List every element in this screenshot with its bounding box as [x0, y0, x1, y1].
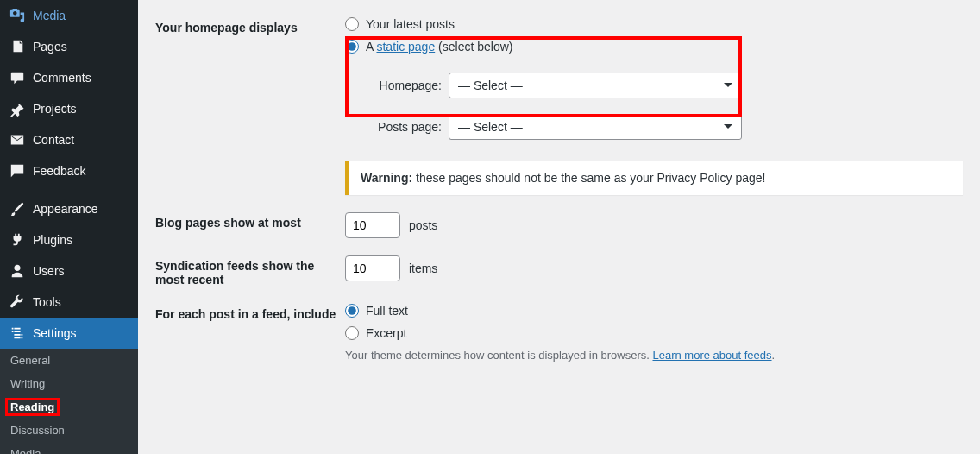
sidebar-item-label: Pages	[33, 40, 67, 54]
media-icon	[9, 7, 26, 24]
sidebar-item-label: Projects	[33, 102, 77, 116]
feed-include-label: For each post in a feed, include	[155, 304, 345, 362]
settings-sub-reading[interactable]: Reading	[0, 395, 138, 419]
syndication-suffix: items	[409, 262, 437, 275]
radio-full-text-label[interactable]: Full text	[366, 304, 408, 318]
blog-pages-suffix: posts	[409, 218, 437, 232]
sidebar-item-appearance[interactable]: Appearance	[0, 193, 138, 224]
blog-pages-label: Blog pages show at most	[155, 212, 345, 238]
user-icon	[9, 262, 26, 280]
sidebar-item-users[interactable]: Users	[0, 255, 138, 287]
syndication-label: Syndication feeds show the most recent	[155, 255, 345, 287]
sidebar-item-label: Comments	[33, 71, 91, 85]
homepage-select-label: Homepage:	[362, 79, 442, 92]
radio-full-text[interactable]	[345, 304, 359, 318]
settings-sub-writing[interactable]: Writing	[0, 372, 138, 395]
radio-latest-posts-label[interactable]: Your latest posts	[366, 17, 455, 31]
warning-notice: Warning: these pages should not be the s…	[345, 161, 963, 195]
sidebar-item-label: Contact	[33, 133, 74, 147]
static-page-link[interactable]: static page	[376, 40, 435, 54]
learn-more-feeds-link[interactable]: Learn more about feeds	[652, 349, 771, 362]
radio-excerpt-label[interactable]: Excerpt	[366, 326, 406, 340]
blog-pages-input[interactable]	[345, 212, 400, 238]
pages-icon	[9, 38, 26, 55]
sidebar-item-label: Media	[33, 9, 66, 22]
brush-icon	[9, 200, 26, 218]
radio-latest-posts[interactable]	[345, 17, 359, 31]
sidebar-item-settings[interactable]: Settings	[0, 318, 138, 349]
pin-icon	[9, 100, 26, 117]
homepage-select[interactable]: — Select —	[449, 73, 742, 98]
radio-static-page-label[interactable]: A static page (select below)	[366, 40, 512, 54]
sidebar-item-label: Plugins	[33, 233, 72, 247]
posts-page-select[interactable]: — Select —	[449, 114, 742, 140]
comments-icon	[9, 69, 26, 86]
sidebar-item-tools[interactable]: Tools	[0, 287, 138, 318]
settings-reading-form: Your homepage displays Your latest posts…	[138, 0, 980, 454]
sidebar-item-projects[interactable]: Projects	[0, 93, 138, 124]
sidebar-item-label: Users	[33, 264, 65, 278]
feed-description: Your theme determines how content is dis…	[345, 349, 963, 362]
sidebar-item-media[interactable]: Media	[0, 0, 138, 31]
sidebar-item-feedback[interactable]: Feedback	[0, 155, 138, 186]
radio-excerpt[interactable]	[345, 326, 359, 340]
radio-static-page[interactable]	[345, 40, 359, 54]
posts-page-select-label: Posts page:	[362, 120, 442, 134]
sidebar-item-pages[interactable]: Pages	[0, 31, 138, 62]
wrench-icon	[9, 293, 26, 311]
syndication-input[interactable]	[345, 255, 400, 281]
envelope-icon	[9, 131, 26, 148]
sidebar-item-label: Appearance	[33, 202, 98, 216]
settings-sub-general[interactable]: General	[0, 349, 138, 372]
sidebar-item-label: Tools	[33, 295, 61, 309]
admin-sidebar: Media Pages Comments Projects Contact Fe…	[0, 0, 138, 454]
sidebar-item-plugins[interactable]: Plugins	[0, 224, 138, 255]
homepage-displays-label: Your homepage displays	[155, 17, 345, 195]
feedback-icon	[9, 162, 26, 180]
sidebar-item-comments[interactable]: Comments	[0, 62, 138, 93]
settings-sub-discussion[interactable]: Discussion	[0, 419, 138, 442]
plug-icon	[9, 231, 26, 249]
settings-icon	[9, 325, 26, 342]
sidebar-item-label: Settings	[33, 326, 77, 340]
settings-sub-media[interactable]: Media	[0, 442, 138, 454]
sidebar-item-label: Feedback	[33, 164, 85, 178]
sidebar-item-contact[interactable]: Contact	[0, 124, 138, 155]
